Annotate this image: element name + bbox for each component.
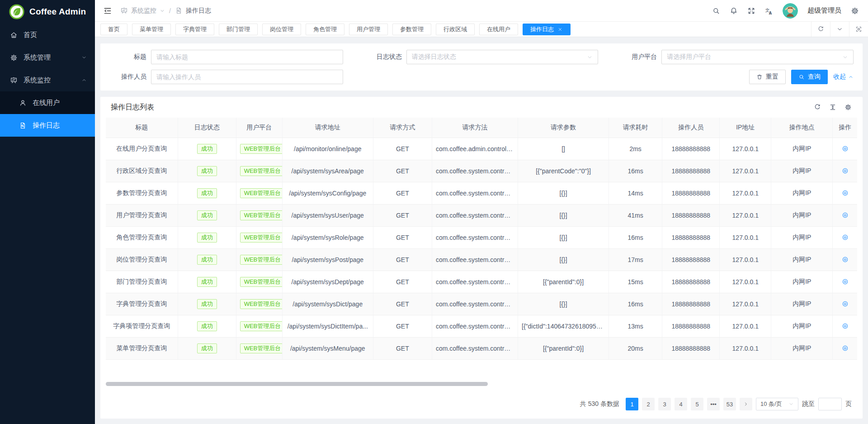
username[interactable]: 超级管理员 [807, 6, 841, 15]
page-more[interactable]: ••• [707, 398, 720, 410]
tab-0[interactable]: 首页 [100, 24, 127, 35]
cell-status: 成功 [178, 293, 236, 315]
fullscreen-icon[interactable] [747, 7, 755, 15]
chevron-down-icon[interactable] [160, 8, 165, 14]
view-icon[interactable] [841, 211, 849, 219]
search-icon[interactable] [712, 7, 720, 15]
refresh-table-icon[interactable] [814, 104, 821, 111]
cell-ip: 127.0.0.1 [720, 138, 771, 160]
tab-close-icon[interactable] [557, 27, 563, 32]
log-table: 标题日志状态用户平台请求地址请求方式请求方法请求参数请求耗时操作人员IP地址操作… [106, 118, 857, 360]
platform-select[interactable]: 请选择用户平台 [661, 50, 854, 64]
table-row: 在线用户分页查询成功WEB管理后台/api/monitor/online/pag… [106, 138, 857, 160]
table-settings-icon[interactable] [844, 104, 852, 111]
view-icon[interactable] [841, 189, 849, 197]
chevron-up-icon [81, 77, 87, 83]
cell-duration: 2ms [609, 138, 662, 160]
view-icon[interactable] [841, 167, 849, 175]
logo-leaf-icon [9, 4, 24, 19]
tabs-dropdown-button[interactable] [830, 22, 849, 37]
logo[interactable]: Coffee Admin [0, 0, 95, 24]
tab-1[interactable]: 菜单管理 [132, 24, 171, 35]
view-icon[interactable] [841, 344, 849, 352]
sidebar-item-2[interactable]: 系统监控 [0, 69, 95, 91]
form-actions: 重置 查询 收起 [617, 70, 854, 84]
cell-title: 用户管理分页查询 [106, 204, 178, 226]
view-icon[interactable] [841, 145, 849, 152]
tab-5[interactable]: 角色管理 [306, 24, 344, 35]
refresh-tabs-button[interactable] [811, 22, 830, 37]
log-status-label: 日志状态 [362, 53, 402, 61]
next-page-button[interactable] [740, 398, 752, 410]
bell-icon[interactable] [730, 7, 738, 15]
view-icon[interactable] [841, 278, 849, 286]
cell-func: com.coffee.system.controlle... [432, 315, 518, 337]
gear-icon [10, 54, 18, 62]
view-icon[interactable] [841, 256, 849, 263]
cell-operator: 18888888888 [662, 226, 720, 248]
sidebar-subitem-2-0[interactable]: 在线用户 [0, 91, 95, 114]
cell-url: /api/system/sysDictItem/pa... [282, 315, 373, 337]
cell-status: 成功 [178, 160, 236, 182]
log-status-select[interactable]: 请选择日志状态 [406, 50, 599, 64]
status-tag: 成功 [197, 277, 217, 287]
cell-func: com.coffee.system.controlle... [432, 160, 518, 182]
jump-page-input[interactable] [818, 398, 842, 410]
tab-4[interactable]: 岗位管理 [262, 24, 301, 35]
cell-action [833, 182, 857, 204]
view-icon[interactable] [841, 300, 849, 308]
cell-action [833, 204, 857, 226]
page-size-select[interactable]: 10 条/页 [756, 398, 798, 410]
cell-platform: WEB管理后台 [236, 182, 282, 204]
reset-button[interactable]: 重置 [749, 70, 786, 84]
cell-url: /api/system/sysMenu/page [282, 337, 373, 359]
tab-10[interactable]: 操作日志 [523, 24, 571, 35]
page-2[interactable]: 2 [642, 398, 655, 410]
tab-9[interactable]: 在线用户 [479, 24, 518, 35]
chevron-down-icon [587, 54, 593, 60]
title-input[interactable] [151, 50, 343, 64]
tab-6[interactable]: 用户管理 [349, 24, 388, 35]
avatar[interactable] [783, 3, 798, 19]
scrollbar-thumb[interactable] [106, 382, 488, 386]
status-tag: 成功 [197, 343, 217, 353]
collapse-form-link[interactable]: 收起 [833, 73, 854, 81]
translate-icon[interactable]: 文A [765, 7, 773, 15]
page-1[interactable]: 1 [626, 398, 638, 410]
cell-action [833, 138, 857, 160]
search-button[interactable]: 查询 [791, 70, 828, 84]
page-3[interactable]: 3 [658, 398, 671, 410]
view-icon[interactable] [841, 233, 849, 241]
cell-ip: 127.0.0.1 [720, 248, 771, 271]
operator-input[interactable] [151, 70, 343, 84]
cell-method: GET [373, 271, 432, 293]
cell-params: [{"parentCode":"0"}] [518, 160, 609, 182]
breadcrumb-parent[interactable]: 系统监控 [131, 7, 156, 15]
tab-8[interactable]: 行政区域 [436, 24, 475, 35]
page-4[interactable]: 4 [675, 398, 687, 410]
cell-action [833, 293, 857, 315]
svg-text:A: A [769, 10, 772, 15]
page-5[interactable]: 5 [691, 398, 703, 410]
view-icon[interactable] [841, 322, 849, 330]
cell-title: 字典项管理分页查询 [106, 315, 178, 337]
cell-location: 内网IP [771, 182, 833, 204]
tab-3[interactable]: 部门管理 [219, 24, 258, 35]
cell-method: GET [373, 138, 432, 160]
tab-7[interactable]: 参数管理 [392, 24, 431, 35]
collapse-sidebar-icon[interactable] [103, 6, 112, 15]
sidebar-item-0[interactable]: 首页 [0, 24, 95, 46]
maximize-button[interactable] [849, 22, 868, 37]
sidebar-item-1[interactable]: 系统管理 [0, 46, 95, 69]
cell-func: com.coffee.system.controlle... [432, 337, 518, 359]
cell-method: GET [373, 248, 432, 271]
cell-method: GET [373, 226, 432, 248]
tab-2[interactable]: 字典管理 [175, 24, 214, 35]
gear-icon[interactable] [851, 7, 859, 15]
column-height-icon[interactable] [829, 104, 836, 111]
platform-tag: WEB管理后台 [240, 233, 283, 243]
page-53[interactable]: 53 [723, 398, 736, 410]
search-form-card: 标题 日志状态 请选择日志状态 用户平台 请选择用户平台 [100, 43, 863, 91]
sidebar-subitem-2-1[interactable]: 操作日志 [0, 114, 95, 137]
cell-duration: 16ms [609, 160, 662, 182]
